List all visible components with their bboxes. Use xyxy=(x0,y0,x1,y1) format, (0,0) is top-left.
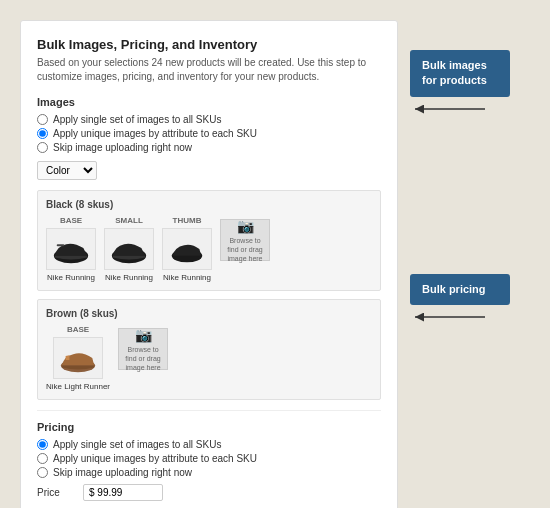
brown-image-grid: BASE Nike Light Runner xyxy=(46,325,372,391)
pricing-section-title: Pricing xyxy=(37,421,381,433)
pricing-radio-1[interactable] xyxy=(37,439,48,450)
divider-1 xyxy=(37,410,381,411)
brown-base-thumb xyxy=(53,337,103,379)
black-thumb-img xyxy=(162,228,212,270)
images-radio-3[interactable] xyxy=(37,142,48,153)
black-small-name: Nike Running xyxy=(105,273,153,282)
price-input-row: Price xyxy=(37,484,381,501)
black-base-thumb xyxy=(46,228,96,270)
black-thumb-col: THUMB Nike Running xyxy=(162,216,212,282)
black-base-col: BASE Nike Running xyxy=(46,216,96,282)
brown-placeholder-text: Browse to find or drag image here xyxy=(121,345,165,372)
page-wrapper: Bulk Images, Pricing, and Inventory Base… xyxy=(20,20,530,508)
callouts-container: Bulk imagesfor products Bulk pricing xyxy=(410,20,530,327)
pricing-radio-3-label: Skip image uploading right now xyxy=(53,467,192,478)
black-base-label: BASE xyxy=(60,216,82,225)
pricing-radio-group-2: Apply unique images by attribute to each… xyxy=(37,453,381,464)
images-radio-3-label: Skip image uploading right now xyxy=(53,142,192,153)
sku-group-brown: Brown (8 skus) BASE Nike Light R xyxy=(37,299,381,400)
svg-rect-2 xyxy=(57,244,65,246)
images-callout-box: Bulk imagesfor products xyxy=(410,50,510,97)
images-radio-group-1: Apply single set of images to all SKUs xyxy=(37,114,381,125)
brown-base-label: BASE xyxy=(67,325,89,334)
sku-group-black: Black (8 skus) BASE Nike Running xyxy=(37,190,381,291)
brown-base-col: BASE Nike Light Runner xyxy=(46,325,110,391)
brown-base-name: Nike Light Runner xyxy=(46,382,110,391)
placeholder-text: Browse to find or drag image here xyxy=(223,236,267,263)
color-select-row: Color Size xyxy=(37,161,381,180)
black-thumb-label: THUMB xyxy=(173,216,202,225)
images-arrow xyxy=(410,99,490,119)
black-small-label: SMALL xyxy=(115,216,143,225)
images-radio-1[interactable] xyxy=(37,114,48,125)
pricing-radio-group-3: Skip image uploading right now xyxy=(37,467,381,478)
black-small-thumb xyxy=(104,228,154,270)
camera-icon: 📷 xyxy=(237,217,254,235)
pricing-radio-group-1: Apply single set of images to all SKUs xyxy=(37,439,381,450)
main-panel: Bulk Images, Pricing, and Inventory Base… xyxy=(20,20,398,508)
pricing-arrow xyxy=(410,307,490,327)
page-description: Based on your selections 24 new products… xyxy=(37,56,381,84)
pricing-arrow-svg xyxy=(410,307,490,327)
brown-placeholder-col: 📷 Browse to find or drag image here xyxy=(118,325,168,391)
pricing-radio-1-label: Apply single set of images to all SKUs xyxy=(53,439,221,450)
price-label: Price xyxy=(37,487,77,498)
pricing-radio-2[interactable] xyxy=(37,453,48,464)
camera-icon-2: 📷 xyxy=(135,326,152,344)
pricing-callout-box: Bulk pricing xyxy=(410,274,510,305)
sku-group-black-title: Black (8 skus) xyxy=(46,199,372,210)
black-base-name: Nike Running xyxy=(47,273,95,282)
pricing-radio-2-label: Apply unique images by attribute to each… xyxy=(53,453,257,464)
page-title: Bulk Images, Pricing, and Inventory xyxy=(37,37,381,52)
images-callout-group: Bulk imagesfor products xyxy=(410,50,530,119)
sku-group-brown-title: Brown (8 skus) xyxy=(46,308,372,319)
images-section-title: Images xyxy=(37,96,381,108)
black-image-grid: BASE Nike Running SMALL xyxy=(46,216,372,282)
price-input[interactable] xyxy=(83,484,163,501)
images-radio-group-3: Skip image uploading right now xyxy=(37,142,381,153)
black-small-col: SMALL Nike Running xyxy=(104,216,154,282)
images-arrow-svg xyxy=(410,99,490,119)
black-placeholder[interactable]: 📷 Browse to find or drag image here xyxy=(220,219,270,261)
pricing-radio-3[interactable] xyxy=(37,467,48,478)
images-radio-1-label: Apply single set of images to all SKUs xyxy=(53,114,221,125)
black-placeholder-col: 📷 Browse to find or drag image here xyxy=(220,216,270,282)
images-radio-2[interactable] xyxy=(37,128,48,139)
brown-placeholder[interactable]: 📷 Browse to find or drag image here xyxy=(118,328,168,370)
images-radio-2-label: Apply unique images by attribute to each… xyxy=(53,128,257,139)
black-thumb-name: Nike Running xyxy=(163,273,211,282)
images-radio-group-2: Apply unique images by attribute to each… xyxy=(37,128,381,139)
color-select[interactable]: Color Size xyxy=(37,161,97,180)
pricing-callout-group: Bulk pricing xyxy=(410,274,530,327)
